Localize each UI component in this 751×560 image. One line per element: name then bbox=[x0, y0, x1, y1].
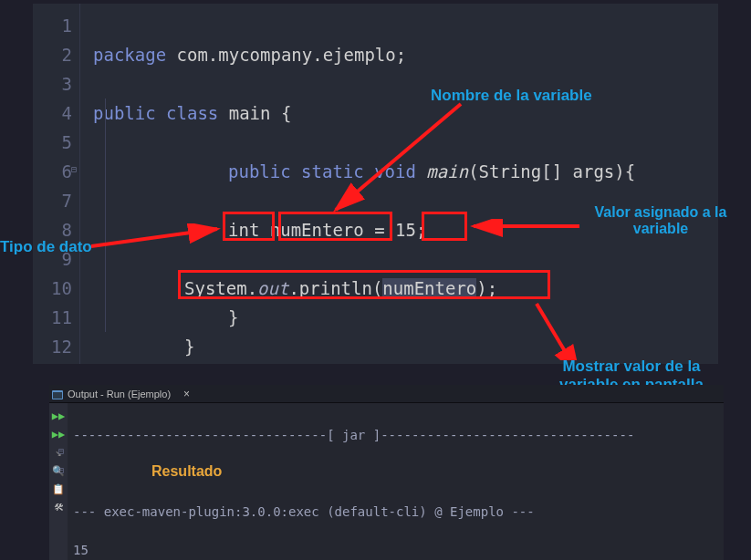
copy-icon[interactable]: 📋 bbox=[49, 480, 68, 498]
code-line-8: int numEntero = 15; bbox=[93, 215, 718, 244]
code-line-1 bbox=[93, 11, 718, 40]
line-number: 9 bbox=[33, 244, 72, 274]
code-line-2: package com.mycompany.ejemplo; bbox=[93, 40, 718, 69]
output-tab-icon bbox=[51, 388, 64, 400]
code-area[interactable]: package com.mycompany.ejemplo; public cl… bbox=[80, 4, 718, 364]
code-line-6: ⊟public static void main(String[] args){ bbox=[93, 157, 718, 186]
output-line-exec: ⊟--- exec-maven-plugin:3.0.0:exec (defau… bbox=[73, 503, 718, 522]
code-line-10: System.out.println(numEntero); bbox=[93, 274, 718, 303]
line-number: 3 bbox=[33, 69, 72, 99]
run-double-icon[interactable]: ▶▶ bbox=[49, 407, 68, 425]
line-number: 11 bbox=[33, 303, 72, 332]
line-number: 5 bbox=[33, 128, 72, 157]
line-number: 12 bbox=[33, 332, 72, 361]
line-number: 1 bbox=[33, 11, 72, 40]
indent-guide bbox=[105, 99, 106, 332]
code-line-9 bbox=[93, 244, 718, 274]
wrench-icon[interactable]: 🛠 bbox=[49, 498, 68, 516]
code-line-11: } bbox=[93, 303, 718, 332]
output-line-jar: ---------------------------------[ jar ]… bbox=[73, 426, 718, 445]
output-toolbar: ▶▶ ▶▶ ↘ 🔍 📋 🛠 bbox=[49, 403, 68, 560]
line-number: 2 bbox=[33, 40, 72, 69]
output-tab-title[interactable]: Output - Run (Ejemplo) bbox=[68, 389, 178, 399]
code-editor: 1 2 3 4 5 6 7 8 9 10 11 12 package com.m… bbox=[33, 4, 718, 364]
line-number: 4 bbox=[33, 99, 72, 128]
code-line-4: public class main { bbox=[93, 99, 718, 128]
run-one-icon[interactable]: ▶▶ bbox=[49, 425, 68, 443]
output-tab-bar: Output - Run (Ejemplo) × bbox=[49, 385, 724, 403]
annotation-resultado: Resultado bbox=[151, 463, 222, 480]
code-line-5 bbox=[93, 128, 718, 157]
code-line-7 bbox=[93, 186, 718, 215]
output-line-result: ⊟15 bbox=[73, 541, 718, 560]
line-number: 7 bbox=[33, 186, 72, 215]
output-console[interactable]: ---------------------------------[ jar ]… bbox=[68, 403, 724, 560]
line-number: 10 bbox=[33, 274, 72, 303]
output-tab-close-icon[interactable]: × bbox=[178, 388, 195, 400]
line-number: 6 bbox=[33, 157, 72, 186]
line-number: 8 bbox=[33, 215, 72, 244]
output-panel: Output - Run (Ejemplo) × ▶▶ ▶▶ ↘ 🔍 📋 🛠 -… bbox=[49, 385, 724, 560]
svg-rect-5 bbox=[53, 392, 62, 399]
code-line-12: } bbox=[93, 332, 718, 361]
output-body: ▶▶ ▶▶ ↘ 🔍 📋 🛠 --------------------------… bbox=[49, 403, 724, 560]
code-line-3 bbox=[93, 69, 718, 99]
